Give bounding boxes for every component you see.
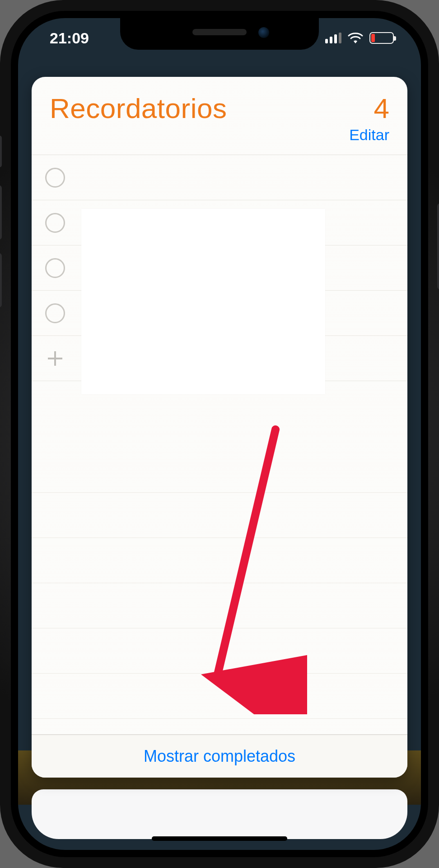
volume-down-button[interactable] bbox=[0, 253, 2, 307]
reminder-circle-icon[interactable] bbox=[45, 303, 65, 323]
reminder-row[interactable] bbox=[32, 155, 407, 200]
edit-button[interactable]: Editar bbox=[349, 126, 389, 143]
front-camera bbox=[258, 27, 269, 38]
notch bbox=[120, 18, 319, 50]
power-button[interactable] bbox=[437, 203, 439, 289]
redacted-overlay bbox=[81, 209, 325, 394]
speaker-grill bbox=[192, 29, 247, 35]
battery-low-icon bbox=[369, 32, 394, 44]
list-title: Recordatorios bbox=[50, 92, 227, 124]
reminders-card: Recordatorios 4 Editar bbox=[32, 77, 407, 778]
reminder-circle-icon[interactable] bbox=[45, 258, 65, 278]
cellular-signal-icon bbox=[325, 33, 341, 43]
status-right bbox=[325, 32, 398, 44]
phone-frame: 21:09 bbox=[0, 0, 439, 868]
plus-icon[interactable] bbox=[45, 349, 65, 368]
background-toolbar bbox=[32, 789, 407, 839]
phone-inner: 21:09 bbox=[11, 11, 428, 857]
screen: 21:09 bbox=[18, 18, 421, 850]
reminder-count: 4 bbox=[374, 92, 389, 124]
ruled-lines bbox=[32, 448, 407, 734]
volume-up-button[interactable] bbox=[0, 185, 2, 240]
reminder-circle-icon[interactable] bbox=[45, 168, 65, 188]
mute-switch[interactable] bbox=[0, 136, 2, 167]
card-header: Recordatorios 4 Editar bbox=[32, 77, 407, 146]
wifi-icon bbox=[348, 32, 363, 44]
show-completed-button[interactable]: Mostrar completados bbox=[32, 734, 407, 778]
reminder-circle-icon[interactable] bbox=[45, 213, 65, 233]
status-time: 21:09 bbox=[41, 29, 89, 47]
home-indicator[interactable] bbox=[152, 836, 287, 841]
